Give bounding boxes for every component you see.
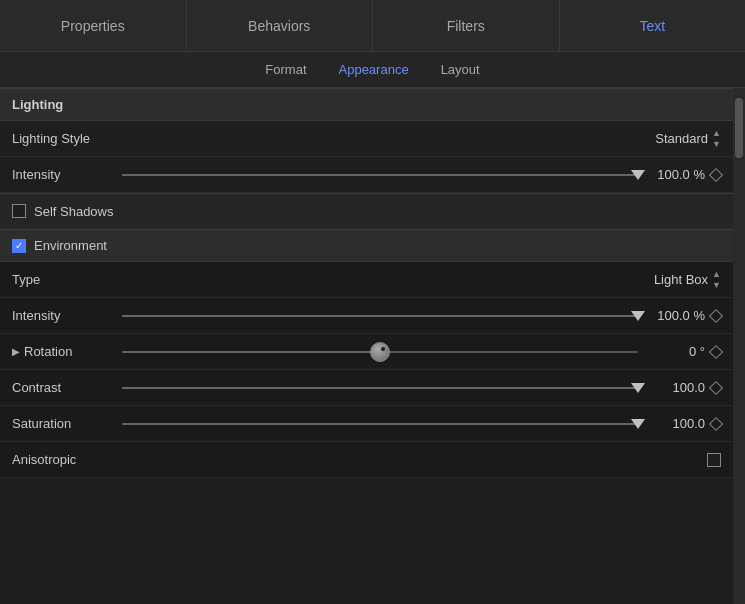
contrast-value: 100.0 (650, 380, 705, 395)
saturation-slider[interactable] (122, 416, 638, 432)
keyframe-diamond-icon[interactable] (709, 167, 723, 181)
saturation-value: 100.0 (650, 416, 705, 431)
self-shadows-checkbox[interactable] (12, 204, 26, 218)
rotation-slider[interactable] (122, 344, 638, 360)
scrollbar-thumb[interactable] (735, 98, 743, 158)
slider-fill (122, 315, 638, 317)
saturation-control: 100.0 (122, 416, 721, 432)
contrast-row: Contrast 100.0 (0, 370, 733, 406)
rotation-value: 0 ° (650, 344, 705, 359)
anisotropic-label: Anisotropic (12, 452, 122, 467)
type-dropdown-arrows-icon: ▲ ▼ (712, 269, 721, 290)
env-intensity-control: 100.0 % (122, 308, 721, 324)
contrast-label: Contrast (12, 380, 122, 395)
env-intensity-row: Intensity 100.0 % (0, 298, 733, 334)
top-tab-bar: Properties Behaviors Filters Text (0, 0, 745, 52)
lighting-section-header: Lighting (0, 88, 733, 121)
slider-fill (122, 351, 380, 353)
slider-track (122, 315, 638, 317)
self-shadows-row: Self Shadows (0, 193, 733, 229)
lighting-style-dropdown[interactable]: Standard ▲ ▼ (655, 128, 721, 149)
environment-checkbox[interactable] (12, 239, 26, 253)
anisotropic-row: Anisotropic (0, 442, 733, 478)
saturation-label: Saturation (12, 416, 122, 431)
environment-type-row: Type Light Box ▲ ▼ (0, 262, 733, 298)
type-dropdown[interactable]: Light Box ▲ ▼ (654, 269, 721, 290)
env-intensity-keyframe-icon[interactable] (709, 308, 723, 322)
slider-fill (122, 423, 638, 425)
lighting-intensity-slider[interactable] (122, 167, 638, 183)
lighting-intensity-label: Intensity (12, 167, 122, 182)
subtab-appearance[interactable]: Appearance (339, 62, 409, 77)
tab-text[interactable]: Text (560, 0, 746, 51)
slider-fill (122, 174, 638, 176)
type-label: Type (12, 272, 122, 287)
contrast-control: 100.0 (122, 380, 721, 396)
environment-section-header: Environment (0, 229, 733, 262)
lighting-intensity-control: 100.0 % (122, 167, 721, 183)
slider-track (122, 423, 638, 425)
scrollbar[interactable] (733, 88, 745, 604)
lighting-intensity-value: 100.0 % (650, 167, 705, 182)
rotation-keyframe-icon[interactable] (709, 344, 723, 358)
slider-track (122, 387, 638, 389)
env-intensity-slider[interactable] (122, 308, 638, 324)
anisotropic-control (122, 453, 721, 467)
slider-track (122, 174, 638, 176)
tab-behaviors[interactable]: Behaviors (187, 0, 374, 51)
rotation-thumb[interactable] (370, 342, 390, 362)
saturation-keyframe-icon[interactable] (709, 416, 723, 430)
lighting-style-label: Lighting Style (12, 131, 122, 146)
subtab-format[interactable]: Format (265, 62, 306, 77)
rotation-label: Rotation (24, 344, 72, 359)
slider-thumb-diamond[interactable] (631, 383, 645, 393)
slider-thumb-diamond[interactable] (631, 419, 645, 429)
type-control: Light Box ▲ ▼ (122, 269, 721, 290)
rotation-row: ▶ Rotation 0 ° (0, 334, 733, 370)
lighting-style-row: Lighting Style Standard ▲ ▼ (0, 121, 733, 157)
self-shadows-label: Self Shadows (34, 204, 114, 219)
env-intensity-label: Intensity (12, 308, 122, 323)
saturation-row: Saturation 100.0 (0, 406, 733, 442)
rotation-expand-icon[interactable]: ▶ (12, 346, 20, 357)
anisotropic-checkbox[interactable] (707, 453, 721, 467)
subtab-layout[interactable]: Layout (441, 62, 480, 77)
dropdown-arrows-icon: ▲ ▼ (712, 128, 721, 149)
lighting-style-control: Standard ▲ ▼ (122, 128, 721, 149)
rotation-dot (381, 347, 385, 351)
slider-thumb-diamond[interactable] (631, 170, 645, 180)
main-content: Lighting Lighting Style Standard ▲ ▼ Int… (0, 88, 745, 604)
env-intensity-value: 100.0 % (650, 308, 705, 323)
tab-properties[interactable]: Properties (0, 0, 187, 51)
contrast-keyframe-icon[interactable] (709, 380, 723, 394)
sub-tab-bar: Format Appearance Layout (0, 52, 745, 88)
contrast-slider[interactable] (122, 380, 638, 396)
rotation-control: 0 ° (122, 344, 721, 360)
lighting-intensity-row: Intensity 100.0 % (0, 157, 733, 193)
panel: Lighting Lighting Style Standard ▲ ▼ Int… (0, 88, 733, 604)
slider-thumb-diamond[interactable] (631, 311, 645, 321)
slider-fill (122, 387, 638, 389)
tab-filters[interactable]: Filters (373, 0, 560, 51)
environment-label: Environment (34, 238, 107, 253)
